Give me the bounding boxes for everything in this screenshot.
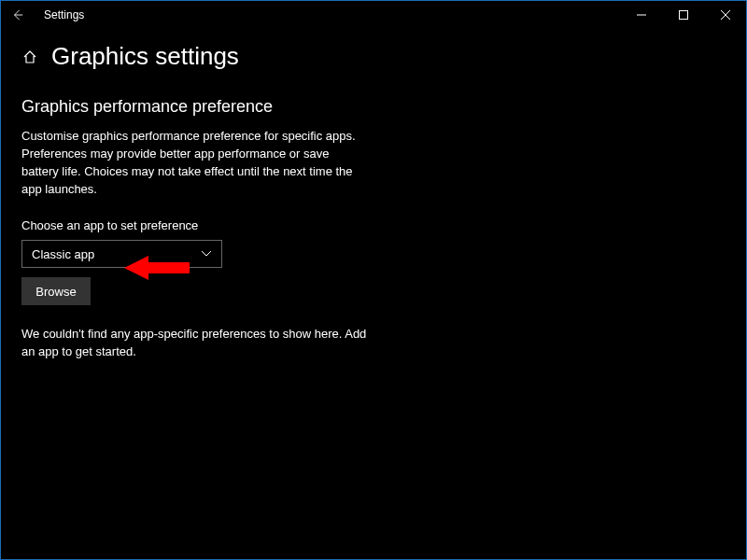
chevron-down-icon	[201, 248, 212, 259]
browse-button-label: Browse	[35, 285, 76, 299]
dropdown-value: Classic app	[32, 247, 94, 261]
close-button[interactable]	[704, 1, 746, 29]
section-description: Customise graphics performance preferenc…	[21, 128, 367, 198]
empty-state-message: We couldn't find any app-specific prefer…	[21, 326, 367, 361]
arrow-left-icon	[11, 8, 24, 21]
page-title: Graphics settings	[51, 42, 239, 71]
browse-button[interactable]: Browse	[21, 277, 91, 305]
close-icon	[721, 10, 730, 20]
home-icon	[22, 49, 37, 64]
svg-rect-0	[679, 11, 687, 20]
maximize-icon	[679, 10, 688, 20]
window-title: Settings	[44, 8, 84, 21]
maximize-button[interactable]	[662, 1, 704, 29]
section-heading: Graphics performance preference	[21, 97, 726, 117]
back-button[interactable]	[8, 6, 27, 24]
minimize-button[interactable]	[620, 1, 662, 29]
choose-app-label: Choose an app to set preference	[21, 218, 726, 232]
home-button[interactable]	[21, 49, 38, 65]
titlebar: Settings	[1, 1, 746, 29]
minimize-icon	[637, 10, 646, 20]
app-type-dropdown[interactable]: Classic app	[21, 240, 222, 268]
